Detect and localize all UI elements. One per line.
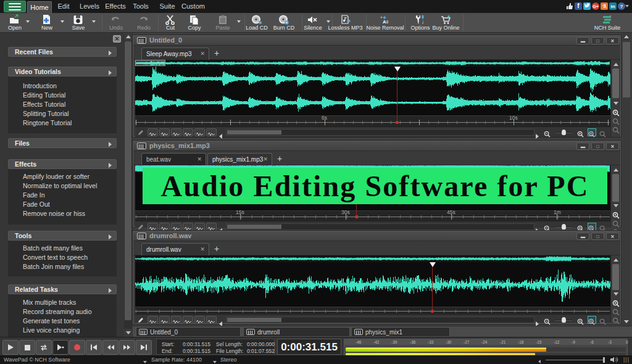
svg-text:ll: ll [386,20,389,24]
